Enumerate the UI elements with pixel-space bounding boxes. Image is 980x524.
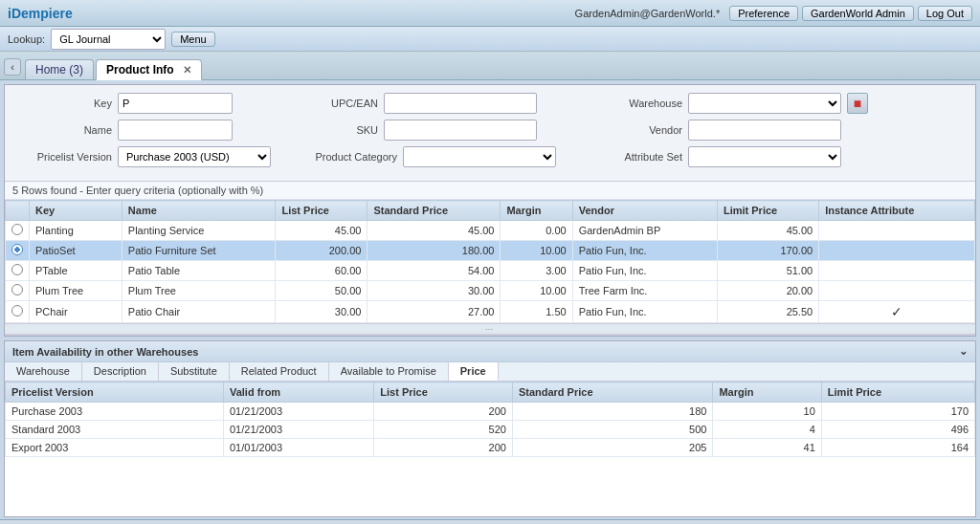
col-name[interactable]: Name xyxy=(122,201,276,221)
col-pricelist[interactable]: Pricelist Version xyxy=(6,382,224,403)
cell-list-price: 60.00 xyxy=(276,261,368,281)
cell-list-price: 45.00 xyxy=(276,221,368,241)
col-price-std-price[interactable]: Standard Price xyxy=(512,382,713,403)
warehouse-button[interactable]: ■ xyxy=(847,93,868,114)
table-row[interactable]: PatioSet Patio Furniture Set 200.00 180.… xyxy=(6,241,975,261)
price-row[interactable]: Purchase 2003 01/21/2003 200 180 10 170 xyxy=(6,403,975,421)
cell-key: Plum Tree xyxy=(30,281,122,301)
cell-limit-price: 51.00 xyxy=(717,261,818,281)
bottom-tab-warehouse[interactable]: Warehouse xyxy=(5,362,82,381)
cell-std-price: 30.00 xyxy=(368,281,501,301)
price-row[interactable]: Export 2003 01/01/2003 200 205 41 164 xyxy=(6,439,975,457)
radio-cell[interactable] xyxy=(6,241,30,261)
cell-limit-price: 164 xyxy=(821,439,974,457)
bottom-tab-description[interactable]: Description xyxy=(82,362,159,381)
col-price-limit[interactable]: Limit Price xyxy=(821,382,974,403)
cell-key: PatioSet xyxy=(30,241,122,261)
col-select xyxy=(6,201,30,221)
vendor-input[interactable] xyxy=(688,120,841,141)
name-label: Name xyxy=(16,124,112,136)
radio-unselected xyxy=(11,284,23,295)
warehouse-group: Warehouse ■ xyxy=(587,93,868,114)
cell-margin: 41 xyxy=(713,439,821,457)
cell-margin: 1.50 xyxy=(501,301,572,323)
form-row-3: Pricelist Version Purchase 2003 (USD) Pr… xyxy=(16,146,964,167)
col-limit-price[interactable]: Limit Price xyxy=(717,201,818,221)
logout-button[interactable]: Log Out xyxy=(918,6,972,21)
lookup-bar: Lookup: GL Journal Menu xyxy=(0,27,980,52)
bottom-tab-substitute[interactable]: Substitute xyxy=(159,362,230,381)
radio-cell[interactable] xyxy=(6,301,30,323)
form-section: Key UPC/EAN Warehouse ■ Name SKU xyxy=(5,85,975,182)
main-content: Key UPC/EAN Warehouse ■ Name SKU xyxy=(4,84,976,337)
bottom-collapse-icon[interactable]: ⌄ xyxy=(959,345,968,358)
vendor-label: Vendor xyxy=(587,124,682,136)
sku-input[interactable] xyxy=(384,120,537,141)
cell-pricelist: Export 2003 xyxy=(6,439,224,457)
col-margin[interactable]: Margin xyxy=(501,201,572,221)
cell-valid-from: 01/21/2003 xyxy=(223,421,373,439)
grid-status: 5 Rows found - Enter query criteria (opt… xyxy=(5,182,975,200)
tab-close-icon[interactable]: ✕ xyxy=(183,64,191,76)
col-valid-from[interactable]: Valid from xyxy=(223,382,373,403)
radio-cell[interactable] xyxy=(6,281,30,301)
warehouse-select[interactable] xyxy=(688,93,841,114)
cell-vendor: Tree Farm Inc. xyxy=(572,281,717,301)
bottom-tab-related-product[interactable]: Related Product xyxy=(230,362,329,381)
preference-button[interactable]: Preference xyxy=(729,6,798,21)
cell-vendor: Patio Fun, Inc. xyxy=(572,261,717,281)
grid-container[interactable]: Key Name List Price Standard Price Margi… xyxy=(5,200,975,323)
scroll-dots: ⋯ xyxy=(485,325,495,334)
cell-list-price: 50.00 xyxy=(276,281,368,301)
radio-unselected xyxy=(11,264,23,275)
name-input[interactable] xyxy=(118,120,233,141)
bottom-tab-price[interactable]: Price xyxy=(449,362,499,381)
col-list-price[interactable]: List Price xyxy=(276,201,368,221)
lookup-select[interactable]: GL Journal xyxy=(51,29,166,50)
chevron-left-icon: ‹ xyxy=(11,61,14,73)
bottom-grid[interactable]: Pricelist Version Valid from List Price … xyxy=(5,382,975,516)
key-input[interactable] xyxy=(118,93,233,114)
cell-limit-price: 170 xyxy=(821,403,974,421)
cell-name: Plum Tree xyxy=(122,281,276,301)
attribute-set-group: Attribute Set xyxy=(587,146,841,167)
tab-bar: ‹ Home (3) Product Info ✕ xyxy=(0,52,980,80)
collapse-button[interactable]: ‹ xyxy=(4,58,21,76)
tab-home[interactable]: Home (3) xyxy=(25,59,94,79)
cell-vendor: GardenAdmin BP xyxy=(572,221,717,241)
col-price-list-price[interactable]: List Price xyxy=(374,382,513,403)
col-key[interactable]: Key xyxy=(30,201,122,221)
table-row[interactable]: Plum Tree Plum Tree 50.00 30.00 10.00 Tr… xyxy=(6,281,975,301)
product-category-label: Product Category xyxy=(301,151,397,163)
table-row[interactable]: Planting Planting Service 45.00 45.00 0.… xyxy=(6,221,975,241)
name-group: Name xyxy=(16,120,233,141)
price-row[interactable]: Standard 2003 01/21/2003 520 500 4 496 xyxy=(6,421,975,439)
bottom-header-title: Item Availability in other Warehouses xyxy=(12,346,198,358)
form-row-1: Key UPC/EAN Warehouse ■ xyxy=(16,93,964,114)
col-instance-attr[interactable]: Instance Attribute xyxy=(819,201,975,221)
upc-input[interactable] xyxy=(384,93,537,114)
cell-limit-price: 45.00 xyxy=(717,221,818,241)
cell-key: Planting xyxy=(30,221,122,241)
table-row[interactable]: PTable Patio Table 60.00 54.00 3.00 Pati… xyxy=(6,261,975,281)
tab-product-info[interactable]: Product Info ✕ xyxy=(96,59,202,80)
cell-std-price: 205 xyxy=(512,439,713,457)
radio-cell[interactable] xyxy=(6,261,30,281)
key-group: Key xyxy=(16,93,233,114)
price-table: Pricelist Version Valid from List Price … xyxy=(5,382,975,457)
menu-button[interactable]: Menu xyxy=(171,32,215,47)
bottom-panel: Item Availability in other Warehouses ⌄ … xyxy=(4,340,976,517)
col-vendor[interactable]: Vendor xyxy=(572,201,717,221)
col-std-price[interactable]: Standard Price xyxy=(368,201,501,221)
cell-instance-attr xyxy=(819,261,975,281)
cell-std-price: 54.00 xyxy=(368,261,501,281)
radio-cell[interactable] xyxy=(6,221,30,241)
col-price-margin[interactable]: Margin xyxy=(713,382,821,403)
attribute-set-select[interactable] xyxy=(688,146,841,167)
table-row[interactable]: PChair Patio Chair 30.00 27.00 1.50 Pati… xyxy=(6,301,975,323)
bottom-tab-available[interactable]: Available to Promise xyxy=(329,362,449,381)
pricelist-select[interactable]: Purchase 2003 (USD) xyxy=(118,146,271,167)
vendor-group: Vendor xyxy=(587,120,841,141)
garden-world-button[interactable]: GardenWorld Admin xyxy=(802,6,914,21)
product-category-select[interactable] xyxy=(403,146,556,167)
